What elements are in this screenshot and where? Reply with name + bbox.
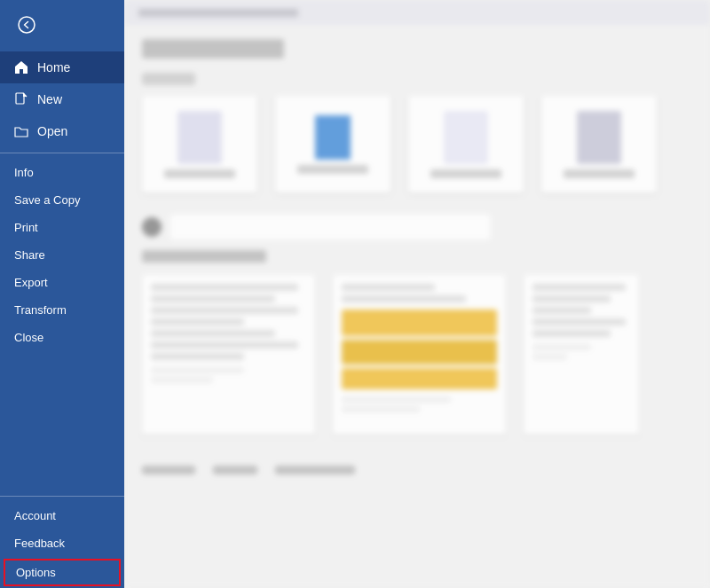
sidebar-item-share[interactable]: Share — [0, 241, 124, 269]
card-line — [151, 341, 298, 349]
svg-point-0 — [19, 17, 35, 33]
thumb-label-3 — [430, 169, 501, 178]
card-line — [532, 330, 611, 337]
open-label: Open — [37, 124, 67, 138]
card-line — [151, 330, 275, 337]
options-label: Options — [16, 566, 56, 579]
card-footer-line — [342, 406, 420, 412]
sidebar-item-open[interactable]: Open — [0, 115, 124, 147]
thumb-icon-1 — [178, 111, 222, 164]
sidebar-top-nav: Home New Open — [0, 51, 124, 147]
card-1 — [142, 275, 315, 435]
sidebar-item-new[interactable]: New — [0, 83, 124, 115]
card-1-footer — [151, 367, 306, 383]
card-line — [342, 284, 435, 291]
transform-label: Transform — [14, 303, 67, 317]
card-line — [532, 318, 626, 325]
card-line — [151, 353, 244, 360]
thumbnails-row — [142, 96, 692, 193]
search-row — [142, 215, 692, 239]
sidebar-item-transform[interactable]: Transform — [0, 296, 124, 324]
main-content — [124, 0, 710, 588]
sidebar-item-save-copy[interactable]: Save a Copy — [0, 186, 124, 214]
card-line — [532, 295, 611, 302]
divider-top — [0, 153, 124, 153]
card-footer-line — [342, 396, 451, 403]
sidebar-item-account[interactable]: Account — [0, 502, 124, 529]
sidebar-text-nav: Info Save a Copy Print Share Export Tran… — [0, 159, 124, 351]
top-bar-text — [138, 9, 298, 17]
card-2 — [333, 275, 506, 435]
card-line — [151, 307, 298, 314]
card-line — [151, 295, 275, 302]
sidebar-item-info[interactable]: Info — [0, 159, 124, 186]
feedback-label: Feedback — [14, 537, 65, 550]
search-bar-blur — [170, 215, 490, 239]
svg-rect-1 — [16, 93, 24, 104]
bottom-nav-item — [275, 466, 355, 474]
close-label: Close — [14, 331, 43, 344]
back-button[interactable] — [9, 7, 44, 43]
page-sub-blur — [142, 73, 195, 85]
card-line — [532, 307, 591, 314]
content-area — [124, 25, 710, 502]
thumb-label-2 — [297, 165, 368, 174]
print-label: Print — [14, 221, 38, 234]
yellow-block-1 — [342, 310, 497, 336]
card-3 — [524, 275, 639, 435]
card-footer-line — [532, 344, 591, 350]
yellow-block-3 — [342, 368, 497, 389]
sidebar-item-options[interactable]: Options — [4, 559, 121, 586]
page-title-blur — [142, 39, 284, 59]
section-title-blur — [142, 250, 266, 263]
thumb-label-4 — [564, 169, 635, 178]
home-icon — [14, 60, 28, 74]
yellow-block-2 — [342, 340, 497, 365]
cards-row — [142, 275, 692, 435]
top-bar — [124, 0, 710, 25]
card-line — [151, 318, 244, 325]
save-copy-label: Save a Copy — [14, 193, 80, 207]
search-icon-blur — [142, 217, 162, 237]
sidebar: Home New Open Info — [0, 0, 124, 588]
thumb-label-1 — [164, 169, 235, 178]
card-line — [532, 284, 626, 291]
sidebar-bottom-nav: Account Feedback Options — [0, 490, 124, 588]
thumbnail-1 — [142, 96, 257, 193]
sidebar-item-export[interactable]: Export — [0, 269, 124, 296]
thumbnail-4 — [541, 96, 657, 193]
new-icon — [14, 92, 28, 106]
bottom-nav-item — [142, 466, 195, 474]
card-3-lines — [532, 284, 630, 337]
sidebar-item-print[interactable]: Print — [0, 214, 124, 241]
open-icon — [14, 124, 28, 138]
share-label: Share — [14, 248, 45, 262]
thumbnail-3 — [408, 96, 524, 193]
card-line — [342, 295, 466, 302]
info-label: Info — [14, 166, 34, 179]
bottom-nav-row — [142, 452, 692, 488]
home-label: Home — [37, 60, 70, 74]
new-label: New — [37, 92, 62, 106]
card-footer-line — [151, 367, 244, 373]
divider-bottom — [0, 496, 124, 497]
export-label: Export — [14, 276, 48, 289]
thumb-icon-4 — [577, 111, 621, 164]
thumb-icon-2 — [315, 115, 351, 160]
card-2-yellow — [342, 310, 497, 389]
card-line — [151, 284, 298, 291]
card-footer-line — [532, 354, 567, 360]
blurred-background — [124, 0, 710, 588]
sidebar-item-feedback[interactable]: Feedback — [0, 529, 124, 557]
account-label: Account — [14, 509, 56, 522]
sidebar-item-home[interactable]: Home — [0, 51, 124, 83]
card-3-footer — [532, 344, 630, 360]
card-footer-line — [151, 377, 213, 383]
thumbnail-2 — [275, 96, 390, 193]
sidebar-item-close[interactable]: Close — [0, 324, 124, 351]
thumb-icon-3 — [444, 111, 488, 164]
card-2-top-lines — [342, 284, 497, 302]
bottom-nav-item — [213, 466, 257, 474]
card-2-footer — [342, 396, 497, 412]
card-1-lines — [151, 284, 306, 360]
